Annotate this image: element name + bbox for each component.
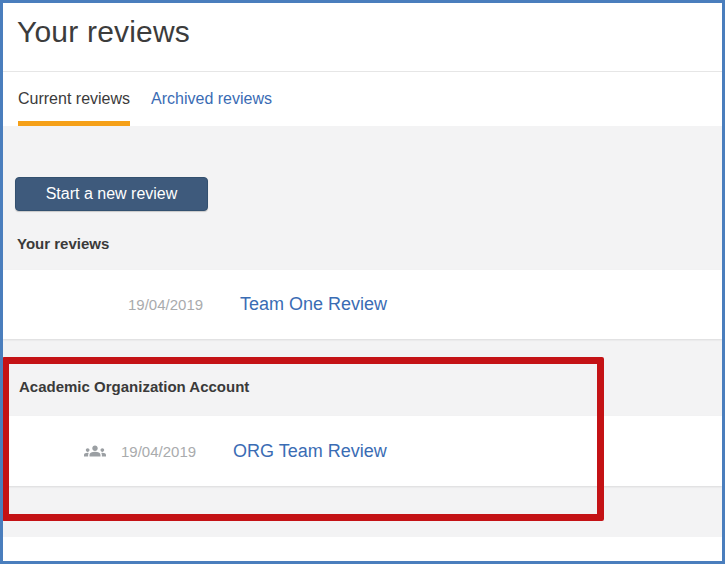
section-heading-your-reviews: Your reviews	[17, 234, 109, 254]
tab-bar: Current reviews Archived reviews	[3, 72, 722, 126]
review-row-org-team: 19/04/2019 ORG Team Review	[3, 416, 722, 486]
app-window: Your reviews Current reviews Archived re…	[0, 0, 725, 564]
review-link-org-team[interactable]: ORG Team Review	[233, 441, 387, 462]
tab-archived-reviews[interactable]: Archived reviews	[151, 72, 272, 126]
page-header: Your reviews	[3, 3, 722, 72]
review-link-team-one[interactable]: Team One Review	[240, 294, 387, 315]
start-new-review-button[interactable]: Start a new review	[15, 177, 208, 211]
section-heading-academic-org: Academic Organization Account	[19, 377, 249, 397]
review-date: 19/04/2019	[128, 296, 216, 313]
review-row-team-one: 19/04/2019 Team One Review	[3, 270, 722, 339]
content-area: Start a new review Your reviews 19/04/20…	[3, 126, 722, 537]
group-icon	[83, 439, 107, 463]
tab-current-reviews[interactable]: Current reviews	[18, 72, 130, 126]
review-date: 19/04/2019	[121, 443, 209, 460]
page-title: Your reviews	[3, 3, 722, 49]
